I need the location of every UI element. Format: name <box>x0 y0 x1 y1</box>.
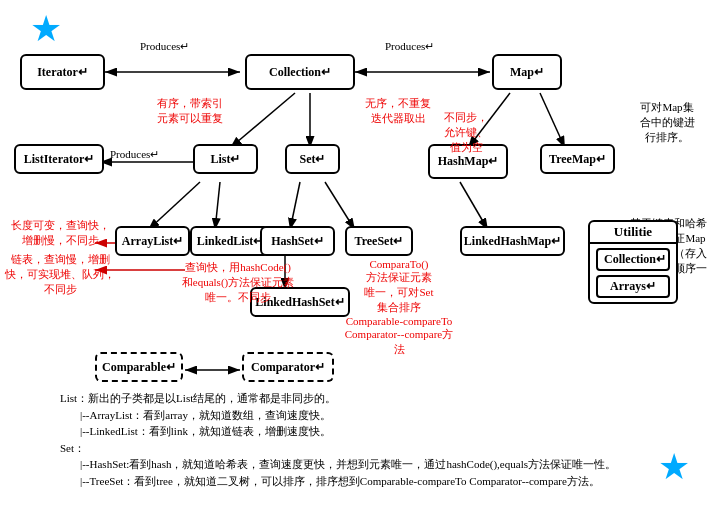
list-title: List：新出的子类都是以List结尾的，通常都是非同步的。 <box>60 390 710 407</box>
box-linkedhashmap: LinkedHashMap↵ <box>460 226 565 256</box>
produces-label-1: Produces↵ <box>140 40 189 53</box>
hashmap-label: HashMap↵ <box>438 154 499 169</box>
utilitie-title: Utilitie <box>590 222 676 244</box>
treeset-note: ComparaTo()方法保证元素唯一，可对Set集合排序Comparable-… <box>340 258 458 357</box>
utilitie-arrays: Arrays↵ <box>596 275 670 298</box>
box-linkedlist: LinkedList↵ <box>190 226 270 256</box>
box-list-iterator: ListIterator↵ <box>14 144 104 174</box>
iterator-label: Iterator↵ <box>37 65 88 80</box>
box-comparable: Comparable↵ <box>95 352 183 382</box>
arraylist-label: ArrayList↵ <box>122 234 183 249</box>
linkedlist-item: |--LinkedList：看到link，就知道链表，增删速度快。 <box>60 423 710 440</box>
svg-line-11 <box>148 182 200 230</box>
box-treeset: TreeSet↵ <box>345 226 413 256</box>
box-set: Set↵ <box>285 144 340 174</box>
box-treemap: TreeMap↵ <box>540 144 615 174</box>
list-label: List↵ <box>210 152 240 167</box>
box-arraylist: ArrayList↵ <box>115 226 190 256</box>
produces-label-3: Produces↵ <box>110 148 159 161</box>
box-iterator: Iterator↵ <box>20 54 105 90</box>
utilitie-collection: Collection↵ <box>596 248 670 271</box>
map-label: Map↵ <box>510 65 544 80</box>
text-block: List：新出的子类都是以List结尾的，通常都是非同步的。 |--ArrayL… <box>60 390 710 489</box>
star-top-left: ★ <box>30 8 62 50</box>
comparator-label: Comparator↵ <box>251 360 325 375</box>
box-collection: Collection↵ <box>245 54 355 90</box>
box-hashset: HashSet↵ <box>260 226 335 256</box>
arraylist-note: 长度可变，查询快，增删慢，不同步 <box>4 218 116 248</box>
set-label: Set↵ <box>300 152 326 167</box>
produces-label-2: Produces↵ <box>385 40 434 53</box>
set-title: Set： <box>60 440 710 457</box>
list-iterator-label: ListIterator↵ <box>24 152 95 167</box>
box-map: Map↵ <box>492 54 562 90</box>
treemap-label: TreeMap↵ <box>549 152 606 167</box>
linkedhashmap-label: LinkedHashMap↵ <box>464 234 561 249</box>
svg-line-9 <box>540 93 565 148</box>
svg-line-14 <box>325 182 355 230</box>
treeset-label: TreeSet↵ <box>355 234 404 249</box>
hashset-label: HashSet↵ <box>271 234 324 249</box>
svg-line-12 <box>215 182 220 230</box>
treeset-item: |--TreeSet：看到tree，就知道二叉树，可以排序，排序想到Compar… <box>60 473 710 490</box>
box-comparator: Comparator↵ <box>242 352 334 382</box>
hashset-note: 查询快，用hashCode()和equals()方法保证元素唯一。不同步 <box>178 260 298 305</box>
hashmap-note: 不同步，允许键、值为空 <box>430 110 502 155</box>
utilitie-box: Utilitie Collection↵ Arrays↵ <box>588 220 678 304</box>
treemap-note: 可对Map集合中的键进行排序。 <box>622 100 712 145</box>
svg-line-15 <box>460 182 488 230</box>
hashset-item: |--HashSet:看到hash，就知道哈希表，查询速度更快，并想到元素唯一，… <box>60 456 710 473</box>
linkedlist-note: 链表，查询慢，增删快，可实现堆、队列，不同步 <box>4 252 116 297</box>
arraylist-item: |--ArrayList：看到array，就知道数组，查询速度快。 <box>60 407 710 424</box>
svg-line-13 <box>290 182 300 230</box>
list-annotation: 有序，带索引元素可以重复 <box>140 96 240 126</box>
comparable-label: Comparable↵ <box>102 360 176 375</box>
linkedlist-label: LinkedList↵ <box>197 234 264 249</box>
box-list: List↵ <box>193 144 258 174</box>
collection-label: Collection↵ <box>269 65 331 80</box>
